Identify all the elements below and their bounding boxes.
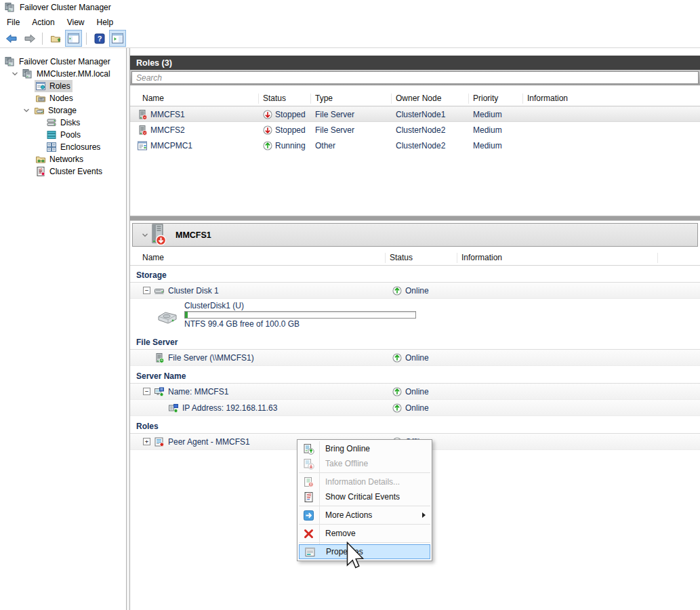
remove-icon bbox=[297, 528, 319, 540]
tree-expander-icon[interactable] bbox=[21, 106, 33, 115]
role-row-mmcfs2[interactable]: MMCFS2StoppedFile ServerClusterNode2Medi… bbox=[130, 122, 700, 138]
enclosures-icon bbox=[46, 142, 57, 152]
search-input[interactable] bbox=[131, 71, 699, 84]
network-name-icon bbox=[154, 386, 165, 397]
status-running-icon bbox=[263, 141, 272, 150]
context-menu-item-remove[interactable]: Remove bbox=[297, 526, 432, 541]
status-online-icon bbox=[392, 403, 402, 413]
toolbar-separator bbox=[42, 33, 43, 45]
context-menu-item-properties[interactable]: Properties bbox=[299, 544, 430, 559]
context-menu-item-more-actions[interactable]: More Actions bbox=[297, 508, 432, 523]
detail-row-name: Peer Agent - MMCFS1 bbox=[168, 437, 250, 447]
column-header-information[interactable]: Information bbox=[523, 94, 700, 104]
up-one-level-folder-icon[interactable] bbox=[47, 30, 64, 47]
tree-item-roles[interactable]: Roles bbox=[0, 80, 126, 92]
role-status: Stopped bbox=[275, 125, 306, 135]
detail-row-cluster-disk-1[interactable]: −Cluster Disk 1Online bbox=[130, 283, 700, 299]
nodes-icon bbox=[35, 93, 46, 104]
status-stopped-icon bbox=[263, 125, 272, 135]
section-heading-file-server: File Server bbox=[130, 336, 700, 350]
column-header-owner-node[interactable]: Owner Node bbox=[392, 94, 469, 104]
disk-usage-fill bbox=[185, 312, 188, 318]
context-menu-item-label: Remove bbox=[319, 529, 356, 538]
section-heading-storage: Storage bbox=[130, 269, 700, 283]
menu-view[interactable]: View bbox=[61, 16, 91, 29]
detail-row-file-server-mmcfs1[interactable]: File Server (\\MMCFS1)Online bbox=[130, 350, 700, 366]
tree-item-storage[interactable]: Storage bbox=[0, 104, 126, 117]
details-sections: Storage−Cluster Disk 1OnlineClusterDisk1… bbox=[130, 265, 700, 450]
tree-item-label: Roles bbox=[49, 81, 70, 91]
context-menu-item-bring-online[interactable]: Bring Online bbox=[297, 441, 432, 456]
details-column-header-information[interactable]: Information bbox=[457, 253, 658, 263]
storage-folder-icon bbox=[34, 105, 45, 116]
context-menu-item-take-offline[interactable]: Take Offline bbox=[297, 456, 432, 471]
tree-item-disks[interactable]: Disks bbox=[0, 117, 126, 129]
column-header-type[interactable]: Type bbox=[311, 94, 392, 104]
context-menu-item-label: Properties bbox=[320, 547, 363, 556]
role-status: Stopped bbox=[275, 110, 306, 119]
role-information bbox=[523, 107, 700, 121]
file-server-online-icon bbox=[154, 352, 165, 363]
forward-arrow-icon[interactable] bbox=[21, 30, 38, 47]
role-name: MMCFS2 bbox=[150, 125, 185, 135]
detail-row-ip-address-192-168-11-63[interactable]: IP Address: 192.168.11.63Online bbox=[130, 400, 700, 416]
column-header-priority[interactable]: Priority bbox=[469, 94, 523, 104]
context-menu-item-label: More Actions bbox=[319, 510, 372, 520]
role-type: Other bbox=[311, 138, 392, 153]
tree-item-pools[interactable]: Pools bbox=[0, 129, 126, 141]
back-arrow-icon[interactable] bbox=[3, 30, 20, 47]
column-header-status[interactable]: Status bbox=[259, 94, 311, 104]
cluster-manager-icon bbox=[5, 56, 16, 67]
search-strip bbox=[130, 70, 700, 85]
details-column-header-status[interactable]: Status bbox=[386, 253, 457, 263]
cluster-disk-icon bbox=[154, 285, 165, 296]
detail-row-name: Cluster Disk 1 bbox=[168, 286, 219, 296]
help-icon[interactable]: ? bbox=[91, 30, 108, 47]
collapse-box-icon[interactable]: − bbox=[143, 287, 150, 294]
role-row-mmcfs1[interactable]: MMCFS1StoppedFile ServerClusterNode1Medi… bbox=[130, 106, 700, 122]
tree-item-nodes[interactable]: Nodes bbox=[0, 92, 126, 104]
tree-item-mmcluster-mm-local[interactable]: MMCluster.MM.local bbox=[0, 68, 126, 80]
horizontal-splitter[interactable] bbox=[130, 216, 700, 221]
detail-row-name-mmcfs1[interactable]: −Name: MMCFS1Online bbox=[130, 384, 700, 400]
roles-pane-title: Roles (3) bbox=[136, 58, 172, 68]
toolbar: ? bbox=[0, 29, 700, 48]
tree-item-networks[interactable]: Networks bbox=[0, 153, 126, 165]
tree-item-label: Networks bbox=[49, 155, 83, 164]
role-owner-node: ClusterNode1 bbox=[392, 107, 469, 121]
detail-row-name: IP Address: 192.168.11.63 bbox=[182, 403, 277, 413]
menu-help[interactable]: Help bbox=[91, 16, 120, 29]
detail-row-status: Online bbox=[405, 353, 429, 363]
bring-online-icon bbox=[297, 443, 319, 455]
roles-pane-header: Roles (3) bbox=[130, 56, 700, 70]
cluster-icon bbox=[22, 68, 33, 79]
collapse-box-icon[interactable]: − bbox=[143, 388, 150, 395]
svg-text:?: ? bbox=[97, 35, 102, 43]
roles-table-header: NameStatusTypeOwner NodePriorityInformat… bbox=[130, 92, 700, 106]
peer-agent-icon bbox=[154, 436, 165, 447]
menu-action[interactable]: Action bbox=[26, 16, 60, 29]
show-action-pane-icon[interactable] bbox=[109, 30, 126, 47]
role-row-mmcpmc1[interactable]: MMCPMC1RunningOtherClusterNode2Medium bbox=[130, 138, 700, 153]
context-menu-item-label: Show Critical Events bbox=[319, 492, 400, 502]
tree-item-cluster-events[interactable]: Cluster Events bbox=[0, 165, 126, 178]
expand-box-icon[interactable]: + bbox=[143, 438, 150, 445]
role-priority: Medium bbox=[469, 138, 523, 153]
details-column-header-name[interactable]: Name bbox=[130, 253, 386, 263]
tree-item-failover-cluster-manager[interactable]: Failover Cluster Manager bbox=[0, 56, 126, 68]
context-menu-item-show-critical-events[interactable]: Show Critical Events bbox=[297, 489, 432, 504]
tree-item-enclosures[interactable]: Enclosures bbox=[0, 141, 126, 153]
tree-item-label: Failover Cluster Manager bbox=[19, 57, 110, 66]
tree-expander-icon[interactable] bbox=[9, 70, 22, 78]
show-console-tree-icon[interactable] bbox=[65, 30, 82, 47]
column-header-name[interactable]: Name bbox=[130, 94, 259, 104]
disk-usage-bar bbox=[184, 311, 416, 319]
tree-item-label: Pools bbox=[60, 130, 81, 140]
collapse-chevron-icon[interactable] bbox=[141, 231, 149, 239]
role-information bbox=[523, 138, 700, 153]
file-server-role-icon bbox=[137, 109, 148, 120]
details-header[interactable]: MMCFS1 bbox=[132, 223, 698, 247]
context-menu-item-information-details[interactable]: Information Details... bbox=[297, 474, 432, 489]
menu-file[interactable]: File bbox=[1, 16, 26, 29]
role-name: MMCFS1 bbox=[150, 110, 185, 119]
